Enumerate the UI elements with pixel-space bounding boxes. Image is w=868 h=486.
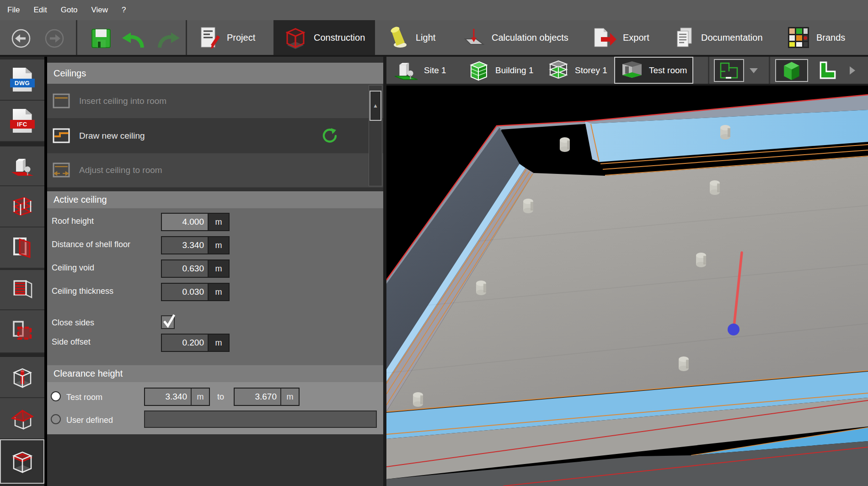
close-sides-checkbox[interactable] xyxy=(161,315,175,329)
breadcrumb-test-room[interactable]: Test room xyxy=(614,57,693,84)
side-offset-field[interactable]: 0.200 m xyxy=(161,334,230,352)
crumbbar-separator xyxy=(769,57,770,84)
adjust-ceiling-icon xyxy=(53,162,71,178)
tab-label: Light xyxy=(416,32,435,43)
tab-label: Brands xyxy=(816,32,845,43)
view-plan-button[interactable] xyxy=(814,59,842,82)
sidebar-item-dwg-import[interactable]: DWG xyxy=(0,59,44,101)
view-3d-button[interactable] xyxy=(775,59,808,82)
test-room-radio[interactable] xyxy=(51,391,61,401)
breadcrumb-label: Test room xyxy=(649,65,687,76)
ceiling-void-field[interactable]: 0.630 m xyxy=(161,259,230,278)
clearance-height-section: Test room 3.340 m to 3.670 m User define… xyxy=(47,382,383,434)
sidebar-item-site[interactable] xyxy=(0,146,44,186)
breadcrumb-site[interactable]: Site 1 xyxy=(394,57,446,84)
insert-ceiling-icon xyxy=(53,93,71,109)
panel-title: Ceilings xyxy=(47,63,383,84)
active-ceiling-section: Roof height 4.000 m Distance of shell fl… xyxy=(47,208,383,365)
sidebar-item-column[interactable] xyxy=(0,357,44,398)
breadcrumb-label: Storey 1 xyxy=(575,65,607,76)
ceiling-thickness-field[interactable]: 0.030 m xyxy=(161,283,230,301)
undo-icon[interactable] xyxy=(120,31,145,49)
brands-icon xyxy=(787,26,810,49)
site-crumb-icon xyxy=(394,59,418,81)
tool-adjust-ceiling-to-room[interactable]: Adjust ceiling to room xyxy=(47,153,383,188)
view-expand-arrow[interactable] xyxy=(847,59,858,82)
user-defined-radio[interactable] xyxy=(51,414,61,424)
sidebar-item-window[interactable] xyxy=(0,270,44,310)
menu-view[interactable]: View xyxy=(91,5,108,15)
l-shape-icon xyxy=(818,61,837,80)
construction-icon xyxy=(284,25,307,50)
menu-bar: File Edit Goto View ? xyxy=(0,0,868,20)
menu-edit[interactable]: Edit xyxy=(33,5,47,15)
ceiling-icon xyxy=(10,449,35,474)
ceilings-panel: Ceilings Insert ceiling into room Draw n… xyxy=(47,57,383,486)
chevron-down-icon xyxy=(750,68,758,73)
roof-height-field[interactable]: 4.000 m xyxy=(161,213,230,231)
draw-marker-node[interactable] xyxy=(728,324,739,335)
tab-calculation-objects[interactable]: Calculation objects xyxy=(460,20,568,55)
tab-documentation[interactable]: Documentation xyxy=(674,20,763,55)
dwg-file-icon: DWG xyxy=(13,68,32,92)
breadcrumb-label: Building 1 xyxy=(495,65,533,76)
tab-light[interactable]: Light xyxy=(386,20,435,55)
sidebar-item-roof[interactable] xyxy=(0,398,44,439)
forward-button[interactable] xyxy=(44,28,64,49)
clearance-to-field[interactable]: 3.670 m xyxy=(234,388,300,406)
sidebar-item-ifc-import[interactable]: IFC xyxy=(0,101,44,142)
roof-height-label: Roof height xyxy=(52,216,94,226)
tools-scrollbar[interactable]: ▲ xyxy=(369,85,382,186)
tool-label: Adjust ceiling to room xyxy=(79,165,162,175)
tool-label: Draw new ceiling xyxy=(79,131,145,141)
scroll-up-button[interactable]: ▲ xyxy=(370,91,381,121)
menu-file[interactable]: File xyxy=(7,5,20,15)
breadcrumb-building[interactable]: Building 1 xyxy=(468,57,533,84)
roof-icon xyxy=(11,406,34,430)
clearance-height-header: Clearance height xyxy=(47,365,383,382)
user-defined-radio-label: User defined xyxy=(66,416,113,425)
3d-scene[interactable] xyxy=(386,86,868,486)
floorplan-dropdown[interactable] xyxy=(748,59,760,82)
tab-label: Construction xyxy=(314,32,365,43)
back-button[interactable] xyxy=(11,28,31,49)
light-icon xyxy=(386,26,409,49)
sidebar-item-storeys[interactable] xyxy=(0,186,44,227)
construction-tool-strip: DWG IFC xyxy=(0,57,44,486)
viewport: Site 1 Building 1 xyxy=(383,57,865,486)
crumbbar-separator xyxy=(708,57,709,84)
save-icon[interactable] xyxy=(91,28,112,49)
menu-help[interactable]: ? xyxy=(122,5,126,15)
tab-construction[interactable]: Construction xyxy=(273,20,375,55)
tab-brands[interactable]: Brands xyxy=(787,20,845,55)
user-defined-input[interactable] xyxy=(144,410,377,428)
close-sides-label: Close sides xyxy=(52,318,94,328)
export-icon xyxy=(592,27,616,49)
sidebar-item-ceiling[interactable] xyxy=(0,439,44,484)
documentation-icon xyxy=(674,26,695,49)
floorplan-view-button[interactable] xyxy=(714,59,744,82)
tab-export[interactable]: Export xyxy=(592,20,649,55)
distance-shell-floor-field[interactable]: 3.340 m xyxy=(161,236,230,254)
sidebar-item-opening[interactable] xyxy=(0,310,44,353)
tab-project[interactable]: Project xyxy=(199,20,255,55)
menu-goto[interactable]: Goto xyxy=(61,5,78,15)
reset-tool-icon[interactable] xyxy=(321,128,338,144)
storeys-icon xyxy=(11,195,34,218)
room-crumb-icon xyxy=(621,60,643,81)
toolbar-separator xyxy=(76,20,77,55)
tab-label: Project xyxy=(227,32,255,43)
sidebar-item-door[interactable] xyxy=(0,227,44,269)
strip-group-gap xyxy=(0,353,44,357)
building-crumb-icon xyxy=(468,59,490,81)
check-icon xyxy=(162,313,176,329)
to-word: to xyxy=(217,392,224,402)
clearance-from-field[interactable]: 3.340 m xyxy=(144,388,210,406)
redo-icon[interactable] xyxy=(157,31,182,49)
tool-insert-ceiling-into-room[interactable]: Insert ceiling into room xyxy=(47,84,383,119)
ceiling-void-label: Ceiling void xyxy=(52,263,94,273)
breadcrumb-storey[interactable]: Storey 1 xyxy=(547,57,607,84)
chevron-right-icon xyxy=(850,66,855,75)
ceiling-tools-list: Insert ceiling into room Draw new ceilin… xyxy=(47,84,383,188)
tool-draw-new-ceiling[interactable]: Draw new ceiling xyxy=(47,119,383,153)
